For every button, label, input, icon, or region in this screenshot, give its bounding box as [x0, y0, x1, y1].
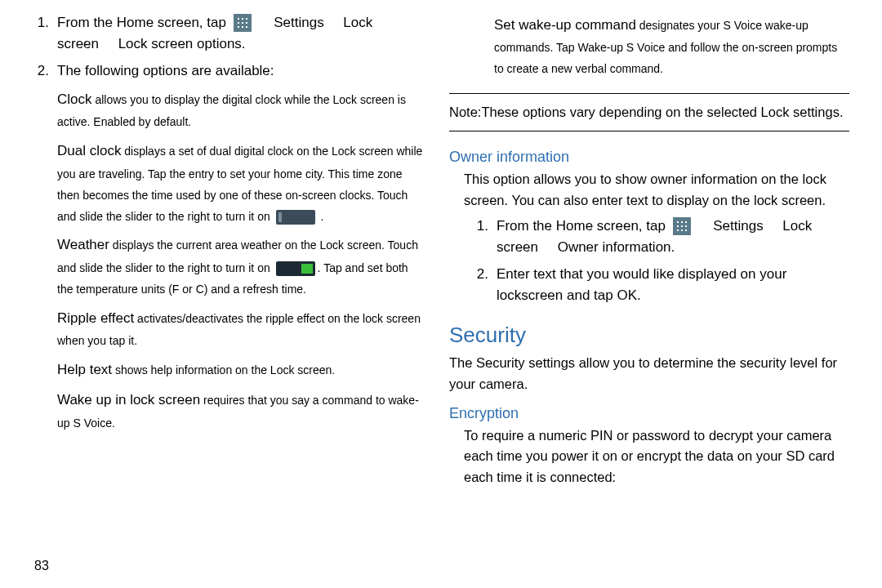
- option-desc: allows you to display the digital clock …: [57, 93, 406, 128]
- page: 1. From the Home screen, tap Settings Lo…: [0, 0, 882, 588]
- apps-grid-icon: [673, 217, 691, 235]
- left-column: 1. From the Home screen, tap Settings Lo…: [24, 12, 425, 580]
- security-text: The Security settings allow you to deter…: [449, 353, 849, 394]
- right-column: Set wake-up command designates your S Vo…: [449, 12, 849, 580]
- text: screen: [497, 239, 538, 255]
- text: From the Home screen, tap: [57, 15, 226, 30]
- owner-info-text: This option allows you to show owner inf…: [464, 169, 849, 211]
- step-text: Enter text that you would like displayed…: [497, 264, 849, 307]
- option-ripple: Ripple effect activates/deactivates the …: [57, 305, 425, 352]
- step-number: 2.: [464, 264, 497, 307]
- owner-step-1: 1. From the Home screen, tap Settings Lo…: [449, 216, 849, 259]
- option-name: Weather: [57, 237, 109, 252]
- note-label: Note:: [449, 105, 481, 119]
- text: screen: [57, 36, 99, 51]
- option-name: Help text: [57, 362, 112, 377]
- heading-owner-info: Owner information: [449, 149, 849, 166]
- toggle-on-icon: [276, 261, 315, 276]
- option-weather: Weather displays the current area weathe…: [57, 232, 425, 300]
- step-number: 2.: [24, 60, 57, 82]
- owner-step-2: 2. Enter text that you would like displa…: [449, 264, 849, 307]
- text: Settings: [274, 15, 323, 30]
- text: Owner information: [558, 239, 671, 255]
- option-name: Clock: [57, 91, 92, 107]
- text: Lock screen options: [118, 36, 242, 51]
- text: Lock: [782, 218, 812, 234]
- note-body: These options vary depending on the sele…: [481, 105, 843, 119]
- step-text: The following options are available:: [57, 60, 425, 82]
- option-name: Wake up in lock screen: [57, 392, 200, 408]
- text: From the Home screen, tap: [497, 218, 666, 234]
- toggle-off-icon: [276, 210, 315, 225]
- encryption-text: To require a numeric PIN or password to …: [464, 425, 849, 488]
- option-wake-up: Wake up in lock screen requires that you…: [57, 387, 425, 434]
- note-box: Note:These options vary depending on the…: [449, 93, 849, 131]
- step-number: 1.: [464, 216, 497, 259]
- step-text: From the Home screen, tap Settings Lock …: [497, 216, 849, 259]
- heading-encryption: Encryption: [449, 405, 849, 422]
- option-set-wake: Set wake-up command designates your S Vo…: [494, 12, 849, 80]
- heading-security: Security: [449, 323, 849, 348]
- step-text: From the Home screen, tap Settings Lock …: [57, 12, 425, 56]
- step-number: 1.: [24, 12, 57, 56]
- page-number: 83: [34, 559, 49, 573]
- option-name: Dual clock: [57, 143, 121, 158]
- option-desc: shows help information on the Lock scree…: [112, 363, 335, 376]
- apps-grid-icon: [234, 14, 252, 32]
- text: Settings: [713, 218, 763, 234]
- left-step-1: 1. From the Home screen, tap Settings Lo…: [24, 12, 425, 56]
- text: Lock: [343, 15, 372, 30]
- option-dual-clock: Dual clock displays a set of dual digita…: [57, 138, 425, 227]
- option-name: Set wake-up command: [494, 17, 636, 33]
- option-name: Ripple effect: [57, 310, 134, 326]
- left-step-2: 2. The following options are available:: [24, 60, 425, 82]
- option-clock: Clock allows you to display the digital …: [57, 87, 425, 133]
- option-help-text: Help text shows help information on the …: [57, 357, 425, 382]
- note-text: Note:These options vary depending on the…: [449, 102, 849, 122]
